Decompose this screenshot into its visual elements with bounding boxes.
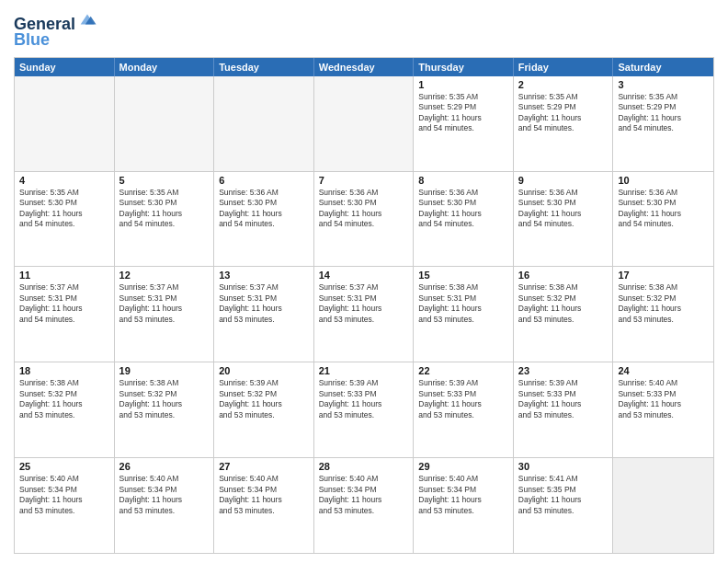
cell-content: Sunrise: 5:40 AMSunset: 5:34 PMDaylight:…	[418, 474, 508, 516]
day-number: 22	[418, 365, 508, 376]
cell-content: Sunrise: 5:38 AMSunset: 5:32 PMDaylight:…	[618, 282, 709, 325]
calendar-cell: 17 Sunrise: 5:38 AMSunset: 5:32 PMDaylig…	[613, 267, 713, 362]
cell-content: Sunrise: 5:37 AMSunset: 5:31 PMDaylight:…	[119, 282, 210, 325]
calendar-cell: 9 Sunrise: 5:36 AMSunset: 5:30 PMDayligh…	[514, 172, 614, 267]
calendar-cell: 7 Sunrise: 5:36 AMSunset: 5:30 PMDayligh…	[314, 172, 415, 267]
weekday-header-monday: Monday	[115, 58, 215, 76]
calendar-body: 1 Sunrise: 5:35 AMSunset: 5:29 PMDayligh…	[15, 76, 713, 553]
calendar-cell: 13 Sunrise: 5:37 AMSunset: 5:31 PMDaylig…	[214, 267, 314, 362]
calendar-cell: 6 Sunrise: 5:36 AMSunset: 5:30 PMDayligh…	[214, 172, 314, 267]
calendar-row-0: 1 Sunrise: 5:35 AMSunset: 5:29 PMDayligh…	[15, 76, 713, 171]
calendar-cell: 23 Sunrise: 5:39 AMSunset: 5:33 PMDaylig…	[514, 362, 614, 457]
day-number: 21	[319, 365, 409, 376]
calendar-cell: 2 Sunrise: 5:35 AMSunset: 5:29 PMDayligh…	[514, 76, 614, 171]
weekday-header-thursday: Thursday	[414, 58, 514, 76]
calendar-cell: 30 Sunrise: 5:41 AMSunset: 5:35 PMDaylig…	[514, 458, 614, 553]
calendar-cell: 26 Sunrise: 5:40 AMSunset: 5:34 PMDaylig…	[115, 458, 215, 553]
cell-content: Sunrise: 5:35 AMSunset: 5:29 PMDaylight:…	[418, 92, 508, 134]
cell-content: Sunrise: 5:38 AMSunset: 5:32 PMDaylight:…	[119, 378, 210, 420]
calendar-cell	[214, 76, 314, 171]
calendar-cell: 1 Sunrise: 5:35 AMSunset: 5:29 PMDayligh…	[414, 76, 514, 171]
day-number: 17	[618, 270, 709, 281]
calendar-cell: 29 Sunrise: 5:40 AMSunset: 5:34 PMDaylig…	[414, 458, 514, 553]
calendar-cell	[15, 76, 115, 171]
calendar-cell: 3 Sunrise: 5:35 AMSunset: 5:29 PMDayligh…	[613, 76, 713, 171]
cell-content: Sunrise: 5:36 AMSunset: 5:30 PMDaylight:…	[418, 188, 508, 230]
cell-content: Sunrise: 5:39 AMSunset: 5:33 PMDaylight:…	[319, 378, 409, 420]
calendar-cell: 14 Sunrise: 5:37 AMSunset: 5:31 PMDaylig…	[314, 267, 415, 362]
cell-content: Sunrise: 5:37 AMSunset: 5:31 PMDaylight:…	[319, 282, 409, 325]
cell-content: Sunrise: 5:37 AMSunset: 5:31 PMDaylight:…	[219, 282, 309, 325]
day-number: 1	[418, 79, 508, 90]
day-number: 25	[19, 461, 109, 472]
calendar-cell: 12 Sunrise: 5:37 AMSunset: 5:31 PMDaylig…	[115, 267, 215, 362]
header: General Blue	[14, 9, 714, 50]
day-number: 9	[518, 175, 609, 186]
calendar-row-1: 4 Sunrise: 5:35 AMSunset: 5:30 PMDayligh…	[15, 171, 713, 267]
calendar-row-3: 18 Sunrise: 5:38 AMSunset: 5:32 PMDaylig…	[15, 362, 713, 457]
day-number: 18	[19, 365, 109, 376]
day-number: 30	[518, 461, 609, 472]
calendar: SundayMondayTuesdayWednesdayThursdayFrid…	[14, 57, 714, 554]
weekday-header-wednesday: Wednesday	[314, 58, 415, 76]
calendar-cell: 22 Sunrise: 5:39 AMSunset: 5:33 PMDaylig…	[414, 362, 514, 457]
cell-content: Sunrise: 5:41 AMSunset: 5:35 PMDaylight:…	[518, 474, 609, 516]
page: General Blue SundayMondayTuesdayWednesda…	[0, 0, 728, 563]
calendar-cell: 24 Sunrise: 5:40 AMSunset: 5:33 PMDaylig…	[613, 362, 713, 457]
calendar-cell: 19 Sunrise: 5:38 AMSunset: 5:32 PMDaylig…	[115, 362, 215, 457]
calendar-row-2: 11 Sunrise: 5:37 AMSunset: 5:31 PMDaylig…	[15, 266, 713, 362]
cell-content: Sunrise: 5:35 AMSunset: 5:30 PMDaylight:…	[119, 188, 210, 230]
weekday-header-friday: Friday	[514, 58, 614, 76]
logo-icon	[77, 9, 97, 29]
cell-content: Sunrise: 5:40 AMSunset: 5:34 PMDaylight:…	[319, 474, 409, 516]
cell-content: Sunrise: 5:36 AMSunset: 5:30 PMDaylight:…	[319, 188, 409, 230]
cell-content: Sunrise: 5:39 AMSunset: 5:32 PMDaylight:…	[219, 378, 309, 420]
cell-content: Sunrise: 5:38 AMSunset: 5:32 PMDaylight:…	[19, 378, 109, 420]
cell-content: Sunrise: 5:39 AMSunset: 5:33 PMDaylight:…	[518, 378, 609, 420]
calendar-cell: 20 Sunrise: 5:39 AMSunset: 5:32 PMDaylig…	[214, 362, 314, 457]
calendar-cell: 21 Sunrise: 5:39 AMSunset: 5:33 PMDaylig…	[314, 362, 415, 457]
calendar-cell	[115, 76, 215, 171]
day-number: 2	[518, 79, 609, 90]
day-number: 28	[319, 461, 409, 472]
logo-blue: Blue	[14, 30, 50, 50]
cell-content: Sunrise: 5:38 AMSunset: 5:32 PMDaylight:…	[518, 282, 609, 325]
cell-content: Sunrise: 5:37 AMSunset: 5:31 PMDaylight:…	[19, 282, 109, 325]
day-number: 16	[518, 270, 609, 281]
day-number: 4	[19, 175, 109, 186]
weekday-header-saturday: Saturday	[613, 58, 713, 76]
cell-content: Sunrise: 5:40 AMSunset: 5:34 PMDaylight:…	[119, 474, 210, 516]
calendar-cell: 15 Sunrise: 5:38 AMSunset: 5:31 PMDaylig…	[414, 267, 514, 362]
cell-content: Sunrise: 5:40 AMSunset: 5:34 PMDaylight:…	[219, 474, 309, 516]
calendar-cell: 10 Sunrise: 5:36 AMSunset: 5:30 PMDaylig…	[613, 172, 713, 267]
calendar-cell: 11 Sunrise: 5:37 AMSunset: 5:31 PMDaylig…	[15, 267, 115, 362]
calendar-row-4: 25 Sunrise: 5:40 AMSunset: 5:34 PMDaylig…	[15, 457, 713, 553]
cell-content: Sunrise: 5:35 AMSunset: 5:29 PMDaylight:…	[518, 92, 609, 134]
calendar-cell	[314, 76, 415, 171]
day-number: 19	[119, 365, 210, 376]
day-number: 13	[219, 270, 309, 281]
cell-content: Sunrise: 5:40 AMSunset: 5:33 PMDaylight:…	[618, 378, 709, 420]
calendar-cell: 16 Sunrise: 5:38 AMSunset: 5:32 PMDaylig…	[514, 267, 614, 362]
day-number: 24	[618, 365, 709, 376]
calendar-header: SundayMondayTuesdayWednesdayThursdayFrid…	[15, 58, 713, 76]
calendar-cell: 5 Sunrise: 5:35 AMSunset: 5:30 PMDayligh…	[115, 172, 215, 267]
day-number: 20	[219, 365, 309, 376]
calendar-cell: 25 Sunrise: 5:40 AMSunset: 5:34 PMDaylig…	[15, 458, 115, 553]
calendar-cell	[613, 458, 713, 553]
calendar-cell: 28 Sunrise: 5:40 AMSunset: 5:34 PMDaylig…	[314, 458, 415, 553]
calendar-cell: 8 Sunrise: 5:36 AMSunset: 5:30 PMDayligh…	[414, 172, 514, 267]
cell-content: Sunrise: 5:36 AMSunset: 5:30 PMDaylight:…	[219, 188, 309, 230]
weekday-header-sunday: Sunday	[15, 58, 115, 76]
cell-content: Sunrise: 5:36 AMSunset: 5:30 PMDaylight:…	[518, 188, 609, 230]
calendar-cell: 4 Sunrise: 5:35 AMSunset: 5:30 PMDayligh…	[15, 172, 115, 267]
weekday-header-tuesday: Tuesday	[214, 58, 314, 76]
calendar-cell: 18 Sunrise: 5:38 AMSunset: 5:32 PMDaylig…	[15, 362, 115, 457]
day-number: 14	[319, 270, 409, 281]
day-number: 11	[19, 270, 109, 281]
day-number: 10	[618, 175, 709, 186]
cell-content: Sunrise: 5:35 AMSunset: 5:29 PMDaylight:…	[618, 92, 709, 134]
day-number: 23	[518, 365, 609, 376]
day-number: 3	[618, 79, 709, 90]
cell-content: Sunrise: 5:40 AMSunset: 5:34 PMDaylight:…	[19, 474, 109, 516]
